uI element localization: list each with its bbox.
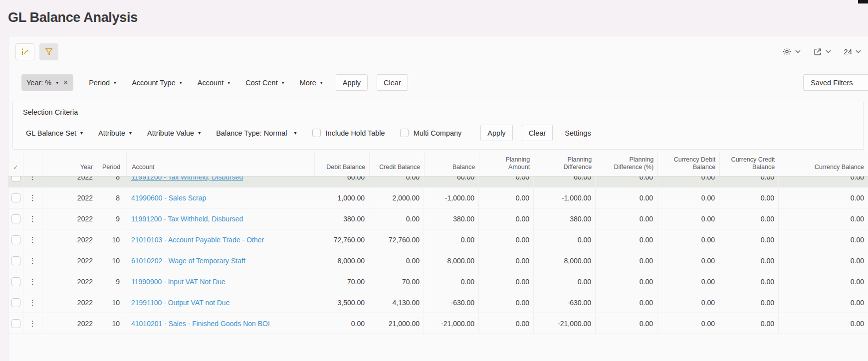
kebab-menu-icon[interactable]: ⋮ — [29, 214, 36, 223]
filter-apply-button[interactable]: Apply — [336, 74, 368, 91]
account-link[interactable]: 41010201 - Sales - Finished Goods Non BO… — [131, 320, 270, 328]
header-account[interactable]: Account — [127, 152, 315, 176]
row-checkbox[interactable] — [11, 235, 20, 244]
kebab-menu-icon[interactable]: ⋮ — [29, 177, 36, 181]
filter-dropdown-more[interactable]: More▾ — [300, 79, 323, 87]
header-select-all[interactable]: ✓ — [8, 152, 23, 176]
filter-dropdown-account[interactable]: Account▾ — [198, 79, 230, 87]
header-planning-amount[interactable]: Planning Amount — [479, 152, 534, 176]
header-balance[interactable]: Balance — [425, 152, 479, 176]
cell-period: 8 — [98, 177, 126, 187]
header-currency-balance[interactable]: Currency Balance — [779, 152, 868, 176]
filter-chip-year[interactable]: Year: % ▾ ✕ — [21, 74, 73, 91]
cell-planning-difference-pct: 0.00 — [596, 229, 657, 250]
kebab-menu-icon[interactable]: ⋮ — [29, 256, 36, 265]
header-currency-debit-balance[interactable]: Currency Debit Balance — [658, 152, 720, 176]
row-checkbox[interactable] — [11, 177, 20, 181]
export-icon — [813, 47, 822, 56]
grid-settings-menu[interactable] — [782, 47, 801, 56]
settings-button[interactable]: Settings — [565, 129, 591, 137]
close-icon[interactable]: ✕ — [63, 79, 68, 86]
cell-planning-amount: 0.00 — [479, 229, 534, 250]
criteria-clear-button[interactable]: Clear — [522, 125, 553, 141]
cell-currency-balance: 0.00 — [779, 187, 868, 208]
row-checkbox[interactable] — [11, 298, 20, 307]
header-year[interactable]: Year — [42, 152, 98, 176]
filter-dropdown-cost-cent[interactable]: Cost Cent▾ — [245, 79, 284, 87]
row-menu-cell: ⋮ — [23, 292, 42, 313]
cell-currency-debit-balance: 0.00 — [657, 229, 719, 250]
header-period[interactable]: Period — [98, 152, 127, 176]
gl-balance-set-dropdown[interactable]: GL Balance Set▾ — [26, 129, 83, 137]
cell-currency-balance: 0.00 — [779, 292, 868, 313]
criteria-apply-button[interactable]: Apply — [480, 125, 512, 141]
chevron-down-icon: ▾ — [129, 130, 132, 136]
cell-currency-credit-balance: 0.00 — [719, 177, 779, 187]
multi-company-option[interactable]: Multi Company — [400, 129, 462, 137]
header-planning-difference[interactable]: Planning Difference — [534, 152, 596, 176]
cell-period: 9 — [98, 271, 126, 292]
header-planning-difference-pct[interactable]: Planning Difference (%) — [596, 152, 658, 176]
pivot-button[interactable] — [15, 43, 34, 60]
account-link[interactable]: 61010202 - Wage of Temporary Staff — [131, 257, 245, 265]
cell-year: 2022 — [42, 250, 98, 271]
header-credit-balance[interactable]: Credit Balance — [370, 152, 425, 176]
filter-button[interactable] — [39, 43, 58, 60]
cell-account: 41990600 - Sales Scrap — [126, 187, 314, 208]
table-row: ⋮ 2022 10 41010201 - Sales - Finished Go… — [8, 313, 868, 334]
chevron-down-icon: ▾ — [56, 80, 58, 85]
chevron-down-icon: ▾ — [294, 130, 297, 136]
selection-criteria-row: GL Balance Set▾ Attribute▾ Attribute Val… — [18, 125, 856, 141]
table-row: ⋮ 2022 9 11990900 - Input VAT Not Due 70… — [8, 271, 868, 292]
kebab-menu-icon[interactable]: ⋮ — [29, 277, 36, 286]
cell-currency-balance: 0.00 — [779, 250, 868, 271]
export-menu[interactable] — [813, 47, 831, 56]
kebab-menu-icon[interactable]: ⋮ — [29, 319, 36, 328]
header-currency-credit-balance[interactable]: Currency Credit Balance — [720, 152, 779, 176]
row-checkbox[interactable] — [11, 214, 20, 223]
row-checkbox[interactable] — [11, 256, 20, 265]
clipped-browser-element — [858, 0, 868, 3]
kebab-menu-icon[interactable]: ⋮ — [29, 193, 36, 202]
selection-criteria-panel: Selection Criteria GL Balance Set▾ Attri… — [12, 102, 864, 150]
kebab-menu-icon[interactable]: ⋮ — [29, 235, 36, 244]
cell-account: 11990900 - Input VAT Not Due — [126, 271, 314, 292]
row-checkbox[interactable] — [11, 193, 20, 202]
attribute-value-dropdown[interactable]: Attribute Value▾ — [147, 129, 201, 137]
multi-company-checkbox[interactable] — [400, 129, 409, 137]
page-size-selector[interactable]: 24 — [844, 47, 861, 56]
chevron-down-icon: ▾ — [320, 80, 323, 85]
filter-dropdown-period[interactable]: Period▾ — [89, 79, 116, 87]
header-debit-balance[interactable]: Debit Balance — [315, 152, 370, 176]
page-size-value: 24 — [844, 47, 852, 56]
chevron-down-icon — [826, 50, 831, 53]
include-hold-table-option[interactable]: Include Hold Table — [312, 129, 385, 137]
cell-balance: -1,000.00 — [424, 187, 479, 208]
cell-account: 21991100 - Output VAT not Due — [126, 292, 314, 313]
balance-type-dropdown[interactable]: Balance Type: Normal▾ — [216, 129, 296, 137]
filter-clear-button[interactable]: Clear — [377, 74, 408, 91]
account-link[interactable]: 41990600 - Sales Scrap — [131, 194, 206, 202]
cell-currency-balance: 0.00 — [779, 208, 868, 229]
cell-balance: 60.00 — [424, 177, 479, 187]
filter-dropdown-account-type[interactable]: Account Type▾ — [132, 79, 182, 87]
account-link[interactable]: 21010103 - Account Payable Trade - Other — [131, 236, 264, 244]
cell-planning-amount: 0.00 — [479, 177, 534, 187]
cell-period: 10 — [98, 292, 126, 313]
saved-filters-button[interactable]: Saved Filters — [803, 74, 868, 91]
include-hold-table-checkbox[interactable] — [312, 129, 321, 137]
kebab-menu-icon[interactable]: ⋮ — [29, 298, 36, 307]
cell-planning-difference-pct: 0.00 — [596, 292, 657, 313]
cell-year: 2022 — [42, 313, 98, 334]
row-select-cell — [8, 313, 23, 334]
row-checkbox[interactable] — [11, 277, 20, 286]
account-link[interactable]: 21991100 - Output VAT not Due — [131, 299, 229, 307]
row-select-cell — [8, 292, 23, 313]
account-link[interactable]: 11991200 - Tax Withheld, Disbursed — [131, 215, 243, 223]
account-link[interactable]: 11991200 - Tax Withheld, Disbursed — [131, 177, 243, 181]
account-link[interactable]: 11990900 - Input VAT Not Due — [131, 278, 225, 286]
attribute-dropdown[interactable]: Attribute▾ — [98, 129, 132, 137]
row-checkbox[interactable] — [11, 319, 20, 328]
cell-year: 2022 — [42, 271, 98, 292]
cell-debit-balance: 8,000.00 — [314, 250, 369, 271]
